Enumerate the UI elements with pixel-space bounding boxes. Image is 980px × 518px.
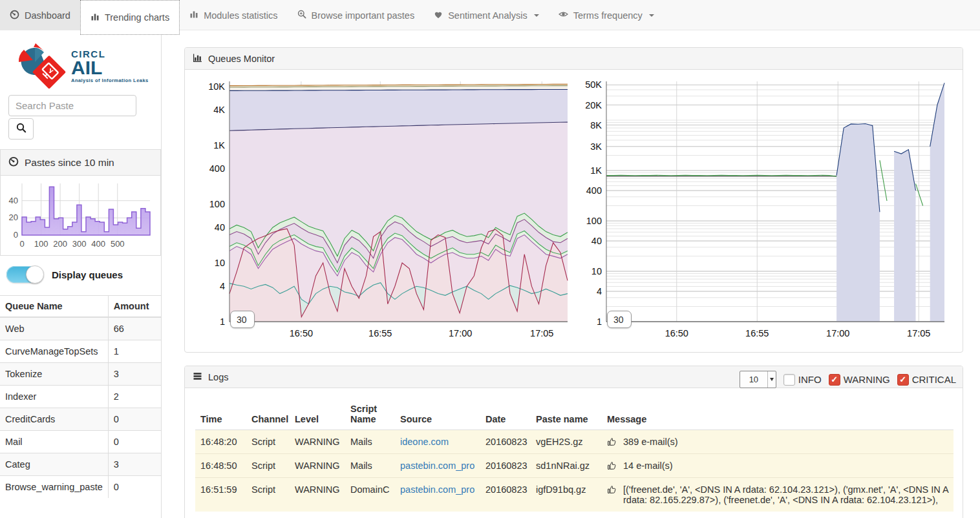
pastes-since-panel-header: Pastes since 10 min (1, 150, 160, 176)
log-date-cell: 20160823 (480, 430, 531, 454)
svg-text:400: 400 (91, 239, 105, 249)
queues-out-chart[interactable]: 1410401004001K3K8K20K50K16:5016:5517:001… (577, 74, 961, 341)
info-checkbox[interactable] (783, 374, 795, 386)
ail-logo[interactable]: CIRCL AIL Analysis of Information Leaks (16, 38, 149, 92)
log-paste-cell: vgEH2S.gz (531, 430, 602, 454)
tachometer-icon (8, 156, 19, 169)
queue-name-cell: Mail (0, 431, 108, 453)
svg-text:16:50: 16:50 (665, 328, 688, 338)
queue-row: Categ3 (0, 453, 161, 476)
nav-item-modules-statistics[interactable]: Modules statistics (180, 0, 287, 30)
nav-item-dashboard[interactable]: Dashboard (0, 0, 80, 30)
filter-critical[interactable]: ✓ CRITICAL (897, 374, 956, 386)
log-source-cell: pastebin.com_pro (395, 454, 480, 478)
search-button[interactable] (8, 118, 34, 140)
heart-icon (434, 10, 443, 21)
filter-warning-label: WARNING (844, 374, 890, 385)
queue-row: Indexer2 (0, 386, 161, 408)
display-queues-toggle[interactable] (6, 266, 43, 283)
svg-text:10: 10 (591, 266, 602, 276)
svg-text:10K: 10K (208, 81, 225, 92)
nav-item-trending-charts[interactable]: Trending charts (80, 0, 180, 35)
queue-amount-cell: 0 (108, 431, 161, 453)
logs-col-level: Level (290, 399, 345, 430)
nav-item-terms-frequency[interactable]: Terms frequency (549, 0, 664, 30)
queue-row: CurveManageTopSets1 (0, 340, 161, 363)
range-selector-right[interactable]: 30 (607, 311, 632, 328)
svg-text:20: 20 (9, 212, 18, 222)
logs-col-date: Date (480, 399, 531, 430)
svg-text:16:55: 16:55 (368, 328, 392, 338)
ail-logo-graphic (16, 38, 69, 92)
queue-amount-cell: 3 (108, 453, 161, 476)
pastes-since-title: Pastes since 10 min (25, 157, 114, 169)
log-row: 16:48:50ScriptWARNINGMailspastebin.com_p… (195, 454, 953, 478)
svg-text:0: 0 (14, 230, 18, 240)
queues-table-header-row: Queue Name Amount (0, 296, 161, 318)
pastes-mini-chart[interactable]: 020400100200300400500 (4, 178, 158, 254)
range-selector-left[interactable]: 30 (230, 311, 255, 328)
logs-table-header-row: Time Channel Level Script Name Source Da… (195, 399, 953, 430)
logs-col-time: Time (195, 399, 246, 430)
display-queues-label: Display queues (52, 269, 123, 280)
log-message: 389 e-mail(s) (607, 437, 948, 447)
queues-table-body: Web66CurveManageTopSets1Tokenize3Indexer… (0, 317, 161, 498)
queues-table: Queue Name Amount Web66CurveManageTopSet… (0, 295, 161, 498)
log-channel-cell: Script (246, 454, 290, 478)
queue-row: Mail0 (0, 431, 161, 453)
ail-dashboard: Dashboard Trending charts Modules statis… (0, 0, 980, 518)
filter-warning[interactable]: ✓ WARNING (829, 374, 890, 386)
nav-item-browse-important-pastes[interactable]: Browse important pastes (288, 0, 425, 30)
search-paste-input[interactable] (8, 95, 136, 116)
nav-label: Modules statistics (204, 10, 277, 21)
bar-chart-icon (189, 10, 198, 21)
logs-panel: Logs 10 INFO ✓ WARNING ✓ CRITICAL (184, 366, 963, 518)
queue-name-cell: CurveManageTopSets (0, 340, 108, 363)
log-channel-cell: Script (246, 430, 290, 454)
queues-col-amount: Amount (108, 296, 161, 318)
list-icon (193, 371, 202, 382)
log-message: [('freenet.de', 'A', <DNS IN A rdata: 62… (607, 484, 948, 505)
chevron-down-icon (649, 14, 654, 17)
svg-text:4: 4 (220, 281, 225, 291)
display-queues-row: Display queues (6, 266, 123, 283)
nav-label: Trending charts (105, 12, 169, 23)
queue-amount-cell: 2 (108, 386, 161, 408)
queues-in-chart[interactable]: 1410401004001K4K10K16:5016:5517:0017:05 (189, 74, 577, 341)
nav-item-sentiment-analysis[interactable]: Sentiment Analysis (424, 0, 549, 30)
svg-text:17:05: 17:05 (530, 328, 553, 338)
log-source-link[interactable]: pastebin.com_pro (400, 461, 474, 471)
log-time-cell: 16:51:59 (195, 478, 246, 512)
log-date-cell: 20160823 (480, 478, 531, 512)
svg-text:20K: 20K (585, 100, 602, 110)
svg-text:8K: 8K (590, 120, 602, 130)
svg-text:17:00: 17:00 (449, 328, 472, 338)
log-source-link[interactable]: pastebin.com_pro (400, 484, 474, 495)
warning-checkbox[interactable]: ✓ (829, 374, 840, 386)
search-plus-icon (297, 10, 306, 21)
logs-col-channel: Channel (246, 399, 290, 430)
nav-label: Sentiment Analysis (448, 10, 527, 21)
bar-chart-icon (91, 12, 100, 23)
filter-info[interactable]: INFO (783, 374, 822, 386)
svg-text:1K: 1K (590, 165, 602, 176)
log-script-cell: Mails (345, 454, 395, 478)
log-script-cell: Mails (345, 430, 395, 454)
logs-table-body: 16:48:20ScriptWARNINGMailsideone.com2016… (195, 430, 953, 512)
svg-text:500: 500 (111, 239, 125, 249)
queue-amount-cell: 0 (108, 408, 161, 431)
svg-text:400: 400 (586, 185, 602, 196)
critical-checkbox[interactable]: ✓ (897, 374, 909, 386)
svg-text:300: 300 (72, 239, 87, 249)
queue-row: Web66 (0, 317, 161, 340)
queue-amount-cell: 0 (108, 476, 161, 499)
queues-monitor-title: Queues Monitor (208, 54, 275, 64)
svg-text:1: 1 (597, 316, 602, 327)
page-size-select[interactable]: 10 (740, 371, 776, 388)
toggle-knob (26, 265, 44, 284)
queue-row: Tokenize3 (0, 363, 161, 386)
queue-name-cell: Tokenize (0, 363, 108, 386)
log-source-link[interactable]: ideone.com (400, 437, 449, 447)
svg-text:16:55: 16:55 (745, 328, 769, 338)
svg-text:40: 40 (9, 196, 18, 205)
